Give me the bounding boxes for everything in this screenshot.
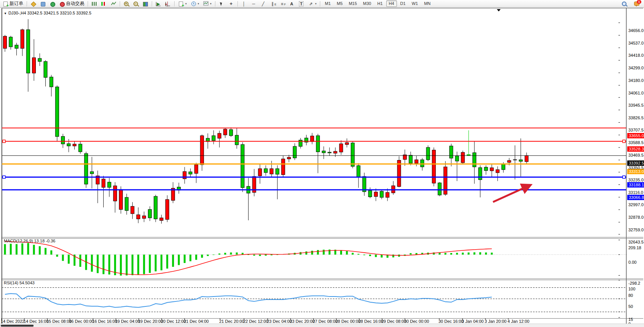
timeframe-m1-button[interactable]: M1: [322, 0, 333, 7]
timeframe-d1-button[interactable]: D1: [398, 0, 408, 7]
price-badge-33655.0: 33655.0: [627, 133, 644, 138]
vertical-line-button[interactable]: │: [240, 0, 249, 7]
time-label: 21 Dec 04:00: [184, 319, 209, 324]
timeframe-h4-button[interactable]: H4: [386, 0, 397, 7]
timeframe-h1-button[interactable]: H1: [374, 0, 385, 7]
candle-body: [61, 136, 65, 144]
candle-body: [287, 157, 291, 159]
new-chart-button[interactable]: +▾: [177, 0, 188, 7]
cursor-button[interactable]: [217, 0, 226, 7]
price-tick-label: 33707.5: [628, 128, 644, 132]
zoom-in-button[interactable]: +: [122, 0, 131, 7]
price-tick-label: 33116.0: [628, 190, 643, 195]
timeframe-w1-button[interactable]: W1: [409, 0, 421, 7]
candle-body: [386, 192, 389, 197]
macd-histogram-bar: [143, 255, 145, 274]
chart-window[interactable]: ▼DJ30-,H4 33342.5 33421.5 33210.5 33392.…: [0, 8, 644, 324]
time-label: 19 Dec 04:00: [115, 319, 140, 324]
new-order-button[interactable]: +新订单: [1, 0, 25, 7]
candle-body: [461, 152, 464, 163]
text-label-button[interactable]: T: [297, 0, 306, 7]
macd-histogram-bar: [491, 253, 493, 255]
candle-body: [50, 77, 53, 87]
price-tick-label: 34299.0: [628, 66, 644, 70]
equidistant-channel-button[interactable]: ∥E: [268, 0, 277, 7]
macd-histogram-bar: [271, 255, 273, 255]
timeframe-m15-button[interactable]: M15: [346, 0, 360, 7]
data-window-button[interactable]: [39, 0, 47, 7]
arrows-button[interactable]: ⇗▾: [307, 0, 318, 7]
candle-body: [368, 191, 372, 197]
macd-signal-line: [5, 241, 492, 275]
hline-handle[interactable]: [3, 140, 5, 143]
market-watch-button[interactable]: [29, 0, 38, 7]
chart-canvas[interactable]: [0, 8, 644, 324]
candle-body: [415, 160, 418, 163]
hline-handle[interactable]: [623, 176, 625, 178]
macd-histogram-bar: [375, 255, 377, 257]
macd-histogram-bar: [120, 255, 122, 276]
macd-histogram-bar: [178, 255, 180, 265]
zoom-out-button[interactable]: −: [132, 0, 140, 7]
macd-histogram-bar: [184, 255, 186, 263]
chart-shift-button[interactable]: ▸▏: [164, 0, 172, 7]
notifications-button[interactable]: 1: [633, 0, 641, 7]
annotation-arrow[interactable]: [493, 185, 530, 202]
hline-handle[interactable]: [3, 176, 5, 178]
macd-tick-label: -298.2: [628, 281, 640, 285]
tile-windows-button[interactable]: [141, 0, 150, 7]
candle-body: [525, 155, 528, 162]
macd-histogram-bar: [213, 255, 215, 255]
macd-histogram-bar: [166, 255, 168, 269]
candle-body: [73, 144, 76, 146]
scrollbar-thumb[interactable]: [1, 325, 34, 327]
candle-body: [409, 155, 413, 163]
macd-histogram-bar: [33, 245, 35, 255]
rsi-tick-label: 100: [628, 287, 635, 291]
macd-tick-label: 0.00: [628, 260, 636, 264]
timeframe-mn-button[interactable]: MN: [421, 0, 433, 7]
toolbar-separator: [27, 1, 27, 6]
price-badge-33528.3: 33528.3: [627, 146, 644, 152]
auto-trading-button[interactable]: 自动交易: [58, 0, 86, 7]
period-button[interactable]: ▾: [189, 0, 201, 7]
candle-body: [21, 30, 24, 48]
candle-body: [212, 136, 215, 141]
rsi-label: RSI(14) 54.5043: [4, 281, 35, 285]
scroll-to-end-button[interactable]: ▶: [154, 0, 163, 7]
bar-chart-button[interactable]: [90, 0, 99, 7]
fibonacci-button[interactable]: ≡F: [278, 0, 287, 7]
price-tick-label: 32759.0: [628, 228, 644, 232]
timeframe-m5-button[interactable]: M5: [334, 0, 345, 7]
horizontal-line-button[interactable]: ─: [249, 0, 258, 7]
candle-body: [79, 144, 82, 152]
macd-histogram-bar: [369, 255, 371, 256]
timeframe-m30-button[interactable]: M30: [360, 0, 374, 7]
time-label: 29 Dec 08:00: [381, 319, 406, 324]
line-chart-button[interactable]: [109, 0, 118, 7]
macd-histogram-bar: [317, 250, 319, 255]
zoom-out-icon: −: [133, 1, 139, 6]
candle-body: [32, 58, 36, 73]
signals-button[interactable]: [48, 0, 57, 7]
candle-body: [473, 153, 476, 167]
templates-button[interactable]: ▾: [201, 0, 213, 7]
candle-body: [84, 154, 88, 184]
trend-line-button[interactable]: ╱: [259, 0, 268, 7]
horizontal-line-icon: ─: [251, 1, 257, 6]
text-button[interactable]: A: [287, 0, 296, 7]
search-button[interactable]: [620, 0, 629, 7]
price-tick-label: 33826.5: [628, 115, 644, 120]
candle-body: [3, 36, 7, 48]
candle-body: [281, 159, 285, 175]
candle-body: [467, 155, 471, 155]
macd-histogram-bar: [218, 253, 220, 255]
hline-handle[interactable]: [623, 140, 625, 143]
candle-body: [264, 169, 268, 173]
horizontal-scrollbar[interactable]: [0, 324, 644, 327]
toolbar-separator: [238, 1, 238, 6]
candlestick-chart-button[interactable]: [100, 0, 108, 7]
time-label: 22 Dec 12:00: [243, 319, 268, 324]
candle-body: [113, 186, 117, 201]
crosshair-button[interactable]: +: [227, 0, 236, 7]
